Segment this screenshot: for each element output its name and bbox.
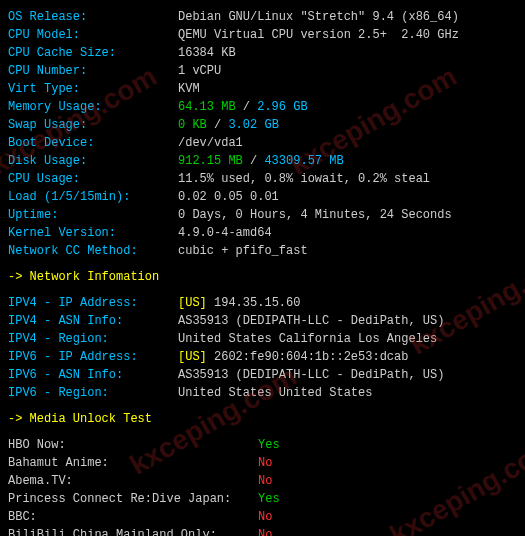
media-row: BBC:No bbox=[8, 508, 517, 526]
cpu-steal: 0.2% steal bbox=[358, 170, 430, 188]
value: 194.35.15.60 bbox=[214, 294, 300, 312]
label: Kernel Version: bbox=[8, 224, 178, 242]
row-cpu-number: CPU Number:1 vCPU bbox=[8, 62, 517, 80]
sep: / bbox=[243, 152, 265, 170]
swap-total: 3.02 GB bbox=[228, 116, 278, 134]
media-status: Yes bbox=[258, 436, 280, 454]
row-boot-device: Boot Device:/dev/vda1 bbox=[8, 134, 517, 152]
media-header: -> Media Unlock Test bbox=[8, 410, 517, 428]
label: Boot Device: bbox=[8, 134, 178, 152]
disk-used: 912.15 MB bbox=[178, 152, 243, 170]
media-label: Bahamut Anime: bbox=[8, 454, 258, 472]
value: Debian GNU/Linux "Stretch" 9.4 (x86_64) bbox=[178, 8, 459, 26]
country-code: [US] bbox=[178, 294, 214, 312]
sep: / bbox=[236, 98, 258, 116]
mem-total: 2.96 GB bbox=[257, 98, 307, 116]
label: Load (1/5/15min): bbox=[8, 188, 178, 206]
row-cpu-usage: CPU Usage:11.5% used, 0.8% iowait, 0.2% … bbox=[8, 170, 517, 188]
cpu-used: 11.5% used, bbox=[178, 170, 264, 188]
value: 4.9.0-4-amd64 bbox=[178, 224, 272, 242]
row-memory: Memory Usage:64.13 MB / 2.96 GB bbox=[8, 98, 517, 116]
row-cc-method: Network CC Method:cubic + pfifo_fast bbox=[8, 242, 517, 260]
media-row: Princess Connect Re:Dive Japan:Yes bbox=[8, 490, 517, 508]
media-label: BiliBili China Mainland Only: bbox=[8, 526, 258, 536]
media-row: Bahamut Anime:No bbox=[8, 454, 517, 472]
label: IPV4 - IP Address: bbox=[8, 294, 178, 312]
label: Virt Type: bbox=[8, 80, 178, 98]
row-os-release: OS Release:Debian GNU/Linux "Stretch" 9.… bbox=[8, 8, 517, 26]
row-ipv6-asn: IPV6 - ASN Info:AS35913 (DEDIPATH-LLC - … bbox=[8, 366, 517, 384]
label: CPU Model: bbox=[8, 26, 178, 44]
label: IPV4 - ASN Info: bbox=[8, 312, 178, 330]
label: IPV4 - Region: bbox=[8, 330, 178, 348]
label: Disk Usage: bbox=[8, 152, 178, 170]
value: 16384 KB bbox=[178, 44, 236, 62]
media-status: No bbox=[258, 508, 272, 526]
label: IPV6 - ASN Info: bbox=[8, 366, 178, 384]
media-status: No bbox=[258, 472, 272, 490]
network-header: -> Network Infomation bbox=[8, 268, 517, 286]
label: OS Release: bbox=[8, 8, 178, 26]
label: IPV6 - Region: bbox=[8, 384, 178, 402]
country-code: [US] bbox=[178, 348, 214, 366]
label: Network CC Method: bbox=[8, 242, 178, 260]
row-ipv6-addr: IPV6 - IP Address:[US] 2602:fe90:604:1b:… bbox=[8, 348, 517, 366]
media-list: HBO Now:YesBahamut Anime:NoAbema.TV:NoPr… bbox=[8, 436, 517, 536]
value: KVM bbox=[178, 80, 200, 98]
media-status: No bbox=[258, 454, 272, 472]
terminal-output: OS Release:Debian GNU/Linux "Stretch" 9.… bbox=[8, 8, 517, 536]
label: Swap Usage: bbox=[8, 116, 178, 134]
value: AS35913 (DEDIPATH-LLC - DediPath, US) bbox=[178, 312, 444, 330]
value: cubic + pfifo_fast bbox=[178, 242, 308, 260]
disk-total: 43309.57 MB bbox=[264, 152, 343, 170]
label: CPU Number: bbox=[8, 62, 178, 80]
value: /dev/vda1 bbox=[178, 134, 243, 152]
row-swap: Swap Usage:0 KB / 3.02 GB bbox=[8, 116, 517, 134]
label: Memory Usage: bbox=[8, 98, 178, 116]
media-label: Abema.TV: bbox=[8, 472, 258, 490]
value: 1 vCPU bbox=[178, 62, 221, 80]
media-status: Yes bbox=[258, 490, 280, 508]
cpu-iowait: 0.8% iowait, bbox=[264, 170, 358, 188]
row-cpu-cache: CPU Cache Size:16384 KB bbox=[8, 44, 517, 62]
media-status: No bbox=[258, 526, 272, 536]
row-load: Load (1/5/15min):0.02 0.05 0.01 bbox=[8, 188, 517, 206]
sep: / bbox=[207, 116, 229, 134]
media-label: Princess Connect Re:Dive Japan: bbox=[8, 490, 258, 508]
value: 2602:fe90:604:1b::2e53:dcab bbox=[214, 348, 408, 366]
row-ipv4-addr: IPV4 - IP Address:[US] 194.35.15.60 bbox=[8, 294, 517, 312]
media-label: HBO Now: bbox=[8, 436, 258, 454]
value: QEMU Virtual CPU version 2.5+ 2.40 GHz bbox=[178, 26, 459, 44]
media-row: HBO Now:Yes bbox=[8, 436, 517, 454]
value: 0 Days, 0 Hours, 4 Minutes, 24 Seconds bbox=[178, 206, 452, 224]
row-ipv4-region: IPV4 - Region:United States California L… bbox=[8, 330, 517, 348]
row-ipv4-asn: IPV4 - ASN Info:AS35913 (DEDIPATH-LLC - … bbox=[8, 312, 517, 330]
row-cpu-model: CPU Model:QEMU Virtual CPU version 2.5+ … bbox=[8, 26, 517, 44]
value: United States California Los Angeles bbox=[178, 330, 437, 348]
mem-used: 64.13 MB bbox=[178, 98, 236, 116]
row-uptime: Uptime:0 Days, 0 Hours, 4 Minutes, 24 Se… bbox=[8, 206, 517, 224]
media-row: BiliBili China Mainland Only:No bbox=[8, 526, 517, 536]
media-row: Abema.TV:No bbox=[8, 472, 517, 490]
label: CPU Cache Size: bbox=[8, 44, 178, 62]
value: 0.02 0.05 0.01 bbox=[178, 188, 279, 206]
label: IPV6 - IP Address: bbox=[8, 348, 178, 366]
label: CPU Usage: bbox=[8, 170, 178, 188]
value: United States United States bbox=[178, 384, 372, 402]
media-label: BBC: bbox=[8, 508, 258, 526]
row-ipv6-region: IPV6 - Region:United States United State… bbox=[8, 384, 517, 402]
row-disk: Disk Usage:912.15 MB / 43309.57 MB bbox=[8, 152, 517, 170]
label: Uptime: bbox=[8, 206, 178, 224]
value: AS35913 (DEDIPATH-LLC - DediPath, US) bbox=[178, 366, 444, 384]
row-kernel: Kernel Version:4.9.0-4-amd64 bbox=[8, 224, 517, 242]
swap-used: 0 KB bbox=[178, 116, 207, 134]
row-virt-type: Virt Type:KVM bbox=[8, 80, 517, 98]
